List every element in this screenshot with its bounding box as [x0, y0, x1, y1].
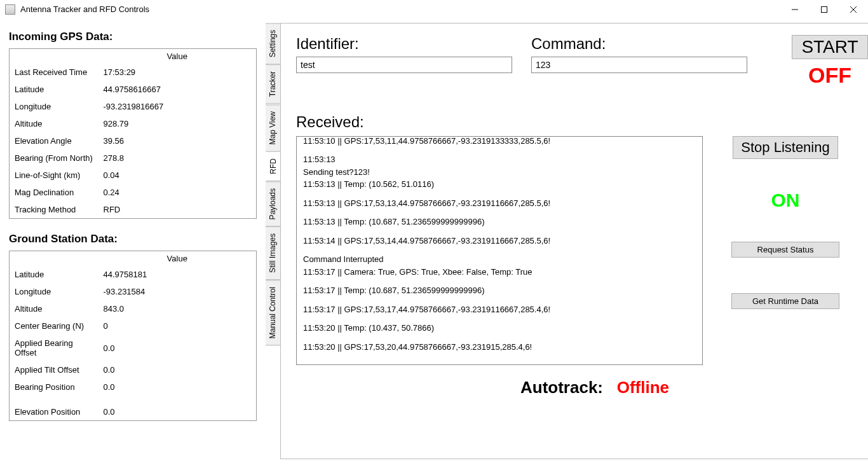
table-row: Elevation Position0.0	[10, 396, 257, 421]
tab-map-view[interactable]: Map View	[266, 104, 281, 151]
row-label: Altitude	[10, 300, 98, 317]
row-value: 0.0	[98, 396, 257, 421]
row-label: Elevation Position	[10, 396, 98, 421]
start-status: OFF	[808, 63, 851, 88]
table-row: Latitude44.9758616667	[10, 81, 257, 98]
row-label: Altitude	[10, 115, 98, 132]
row-value: 44.9758616667	[98, 81, 257, 98]
tab-manual-control[interactable]: Manual Control	[266, 280, 281, 345]
row-label: Mag Declination	[10, 184, 98, 201]
log-entry: 11:53:17 || Temp: (10.687, 51.2365999999…	[303, 284, 696, 297]
row-value: RFD	[98, 201, 257, 219]
table-row: Center Bearing (N)0	[10, 317, 257, 335]
row-label: Longitude	[10, 283, 98, 300]
row-label: Applied Tilt Offset	[10, 361, 98, 378]
table-row: Bearing (From North)278.8	[10, 149, 257, 167]
log-entry: 11:53:10 || GPS:17,53,11,44.9758766667,-…	[303, 136, 696, 147]
tab-rfd[interactable]: RFD	[266, 151, 281, 181]
get-runtime-button[interactable]: Get Runtime Data	[731, 293, 839, 309]
tab-still-images[interactable]: Still Images	[266, 226, 281, 280]
row-value: 0.04	[98, 167, 257, 184]
log-entry: Command Interrupted 11:53:17 || Camera: …	[303, 253, 696, 278]
request-status-button[interactable]: Request Status	[731, 242, 839, 258]
log-entry: 11:53:14 || GPS:17,53,14,44.9758766667,-…	[303, 235, 696, 247]
identifier-label: Identifier:	[296, 35, 512, 53]
row-value: -93.2319816667	[98, 98, 257, 115]
row-label: Bearing Position	[10, 378, 98, 396]
titlebar: Antenna Tracker and RFD Controls	[0, 0, 868, 19]
row-value: 0.0	[98, 378, 257, 396]
row-value: 0.24	[98, 184, 257, 201]
row-label: Center Bearing (N)	[10, 317, 98, 335]
table-row: Applied Bearing Offset0.0	[10, 335, 257, 361]
tab-tracker[interactable]: Tracker	[266, 64, 281, 104]
table-row: Longitude-93.2319816667	[10, 98, 257, 115]
table-row: Applied Tilt Offset0.0	[10, 361, 257, 378]
autotrack-label: Autotrack:	[520, 378, 603, 397]
row-value: 0.0	[98, 335, 257, 361]
close-button[interactable]	[839, 0, 868, 19]
gps-table: Value Last Received Time17:53:29Latitude…	[9, 48, 257, 219]
ground-heading: Ground Station Data:	[9, 233, 257, 245]
log-entry: 11:53:20 || Temp: (10.437, 50.7866)	[303, 322, 696, 335]
table-row: Altitude928.79	[10, 115, 257, 132]
close-icon	[850, 6, 857, 13]
row-value: 0.0	[98, 361, 257, 378]
table-row: Last Received Time17:53:29	[10, 64, 257, 81]
command-label: Command:	[531, 35, 747, 53]
table-row: Mag Declination0.24	[10, 184, 257, 201]
tab-payloads[interactable]: Payloads	[266, 181, 281, 226]
tab-strip: SettingsTrackerMap ViewRFDPayloadsStill …	[266, 23, 281, 463]
ground-table: Value Latitude44.9758181Longitude-93.231…	[9, 251, 257, 421]
left-panel: Incoming GPS Data: Value Last Received T…	[0, 19, 266, 463]
row-value: 928.79	[98, 115, 257, 132]
row-label: Elevation Angle	[10, 132, 98, 149]
ground-value-header: Value	[98, 251, 257, 266]
table-row: Longitude-93.231584	[10, 283, 257, 300]
autotrack-status: Offline	[617, 378, 669, 397]
log-entry: 11:53:20 || GPS:17,53,20,44.9758766667,-…	[303, 341, 696, 354]
window-title: Antenna Tracker and RFD Controls	[20, 4, 149, 14]
log-entry: 11:53:13 Sending test?123! 11:53:13 || T…	[303, 153, 696, 191]
table-row: Elevation Angle39.56	[10, 132, 257, 149]
row-value: 39.56	[98, 132, 257, 149]
svg-rect-1	[822, 6, 827, 12]
received-log[interactable]: 11:53:10 || Temp: (10.5, 50.9)11:53:10 |…	[296, 136, 703, 365]
row-value: 843.0	[98, 300, 257, 317]
rfd-panel: Identifier: Command: START OFF Received:…	[280, 23, 868, 459]
row-label: Tracking Method	[10, 201, 98, 219]
stop-listening-button[interactable]: Stop Listening	[733, 136, 837, 159]
command-input[interactable]	[531, 57, 747, 73]
log-entry: 11:53:13 || GPS:17,53,13,44.9758766667,-…	[303, 197, 696, 210]
row-label: Bearing (From North)	[10, 149, 98, 167]
gps-heading: Incoming GPS Data:	[9, 31, 257, 43]
row-label: Last Received Time	[10, 64, 98, 81]
row-label: Longitude	[10, 98, 98, 115]
listen-status: ON	[771, 190, 800, 211]
table-row: Altitude843.0	[10, 300, 257, 317]
identifier-input[interactable]	[296, 57, 512, 73]
received-label: Received:	[296, 113, 868, 131]
gps-value-header: Value	[98, 49, 257, 64]
autotrack-row: Autotrack: Offline	[296, 378, 868, 397]
log-entry: 11:53:17 || GPS:17,53,17,44.9758766667,-…	[303, 303, 696, 316]
app-icon	[5, 4, 15, 15]
row-value: 0	[98, 317, 257, 335]
minimize-icon	[792, 6, 798, 13]
table-row: Line-of-Sight (km)0.04	[10, 167, 257, 184]
row-label: Line-of-Sight (km)	[10, 167, 98, 184]
maximize-button[interactable]	[810, 0, 839, 19]
table-row: Tracking MethodRFD	[10, 201, 257, 219]
table-row: Latitude44.9758181	[10, 266, 257, 283]
row-label: Applied Bearing Offset	[10, 335, 98, 361]
maximize-icon	[821, 6, 827, 13]
row-value: 278.8	[98, 149, 257, 167]
row-value: 44.9758181	[98, 266, 257, 283]
start-button[interactable]: START	[792, 35, 867, 59]
tab-settings[interactable]: Settings	[266, 23, 281, 64]
row-label: Latitude	[10, 81, 98, 98]
row-value: -93.231584	[98, 283, 257, 300]
log-entry: 11:53:13 || Temp: (10.687, 51.2365999999…	[303, 216, 696, 228]
table-row: Bearing Position0.0	[10, 378, 257, 396]
minimize-button[interactable]	[780, 0, 810, 19]
